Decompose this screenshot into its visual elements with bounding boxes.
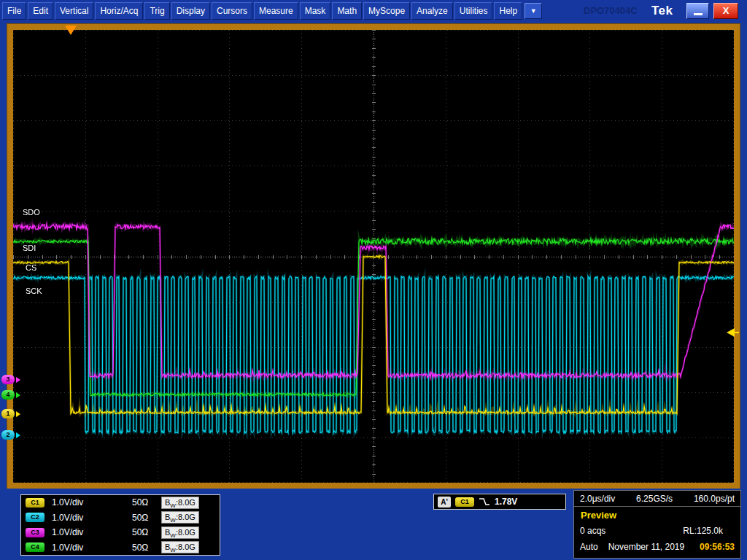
resolution-value: 160.0ps/pt	[694, 494, 735, 504]
trigger-source-badge: C1	[455, 497, 474, 507]
time-display: 09:56:53	[700, 542, 735, 552]
menu-item-help[interactable]: Help	[494, 2, 522, 20]
status-row: Auto November 11, 2019 09:56:53	[574, 538, 740, 556]
channel-1-bandwidth: BW:8.0G	[161, 497, 199, 509]
menu-item-display[interactable]: Display	[171, 2, 210, 20]
menu-item-file[interactable]: File	[2, 2, 26, 20]
waveform-display[interactable]	[13, 30, 734, 483]
trace-label-sdo: SDO	[23, 208, 40, 217]
channel-2-bandwidth: BW:8.0G	[161, 511, 199, 524]
channel-3-impedance: 50Ω	[132, 527, 161, 537]
preview-status: Preview	[581, 510, 616, 521]
channel-3-bandwidth: BW:8.0G	[161, 526, 199, 539]
sample-rate-value: 6.25GS/s	[636, 494, 673, 504]
trigger-position-marker[interactable]	[65, 26, 77, 35]
oscilloscope-screen: File Edit Vertical Horiz/Acq Trig Displa…	[0, 0, 747, 560]
channel-1-reference-marker[interactable]: 1	[1, 409, 15, 419]
menu-item-mask[interactable]: Mask	[300, 2, 331, 20]
preview-row: Preview	[574, 507, 740, 524]
tek-logo: Tek	[651, 4, 673, 18]
channel-2-settings-row[interactable]: C2 1.0V/div 50Ω BW:8.0G	[21, 510, 220, 526]
channel-4-scale: 1.0V/div	[52, 542, 132, 553]
channel-2-reference-marker[interactable]: 2	[1, 430, 15, 440]
channel-2-impedance: 50Ω	[132, 513, 161, 523]
channel-4-settings-row[interactable]: C4 1.0V/div 50Ω BW:8.0G	[21, 540, 220, 556]
minimize-button[interactable]	[686, 3, 709, 19]
channel-3-reference-marker[interactable]: 3	[1, 375, 15, 384]
acqs-count: 0 acqs	[580, 526, 605, 536]
menu-item-edit[interactable]: Edit	[28, 2, 53, 20]
channel-settings-box: C1 1.0V/div 50Ω BW:8.0G C2 1.0V/div 50Ω …	[20, 494, 220, 556]
channel-4-impedance: 50Ω	[132, 542, 161, 553]
channel-3-badge[interactable]: C3	[26, 528, 44, 537]
trace-label-sdi: SDI	[23, 244, 36, 252]
menu-item-trig[interactable]: Trig	[144, 2, 169, 20]
trigger-level-value: 1.78V	[495, 497, 517, 507]
minimize-icon	[694, 13, 703, 15]
channel-3-scale: 1.0V/div	[52, 527, 132, 537]
menu-bar: File Edit Vertical Horiz/Acq Trig Displa…	[0, 0, 747, 22]
menu-item-math[interactable]: Math	[332, 2, 362, 20]
trigger-level-arrow[interactable]	[727, 328, 735, 337]
trigger-a-badge: A'	[438, 497, 451, 508]
preview-indicator-icon	[725, 509, 729, 521]
channel-4-bandwidth: BW:8.0G	[161, 541, 199, 553]
channel-2-scale: 1.0V/div	[52, 513, 132, 523]
menu-item-myscope[interactable]: MyScope	[363, 2, 410, 20]
channel-1-badge[interactable]: C1	[26, 498, 44, 508]
date-display: November 11, 2019	[608, 542, 685, 552]
channel-1-scale: 1.0V/div	[52, 497, 132, 508]
trigger-readout-box[interactable]: A' C1 1.78V	[433, 494, 566, 510]
trace-label-sck: SCK	[26, 287, 42, 295]
channel-2-badge[interactable]: C2	[26, 513, 44, 522]
horizontal-readout-row[interactable]: 2.0μs/div 6.25GS/s 160.0ps/pt	[574, 491, 740, 507]
menu-item-analyze[interactable]: Analyze	[411, 2, 453, 20]
trigger-mode[interactable]: Auto	[580, 542, 598, 552]
close-button[interactable]: X	[713, 3, 738, 19]
menu-item-cursors[interactable]: Cursors	[212, 2, 252, 20]
acquisition-info-panel: 2.0μs/div 6.25GS/s 160.0ps/pt Preview 0 …	[573, 490, 741, 559]
trace-label-cs: CS	[26, 263, 36, 272]
falling-edge-icon	[479, 497, 490, 507]
record-length: RL:125.0k	[683, 526, 723, 536]
menu-dropdown-button[interactable]: ▼	[525, 3, 542, 19]
acqs-row: 0 acqs RL:125.0k	[574, 524, 740, 538]
channel-4-badge[interactable]: C4	[26, 542, 44, 552]
model-watermark: DPO70404C	[584, 5, 638, 16]
menu-item-measure[interactable]: Measure	[254, 2, 298, 20]
menu-item-utilities[interactable]: Utilities	[454, 2, 493, 20]
channel-3-settings-row[interactable]: C3 1.0V/div 50Ω BW:8.0G	[21, 525, 220, 540]
channel-4-reference-marker[interactable]: 4	[1, 390, 15, 400]
timebase-value: 2.0μs/div	[580, 494, 615, 504]
channel-1-impedance: 50Ω	[132, 497, 161, 508]
readout-bar: C1 1.0V/div 50Ω BW:8.0G C2 1.0V/div 50Ω …	[0, 489, 747, 560]
menu-item-vertical[interactable]: Vertical	[55, 2, 93, 20]
channel-1-settings-row[interactable]: C1 1.0V/div 50Ω BW:8.0G	[21, 495, 220, 510]
menu-item-horiz-acq[interactable]: Horiz/Acq	[95, 2, 143, 20]
